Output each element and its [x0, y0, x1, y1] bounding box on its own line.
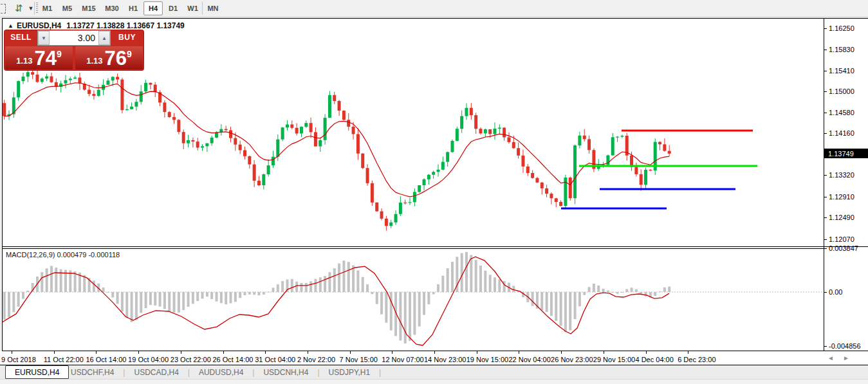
- time-axis-label: 23 Oct 22:00: [171, 356, 211, 363]
- price-axis-label: 1.14580: [829, 109, 854, 116]
- tab-audusd-h4[interactable]: AUDUSD,H4: [190, 368, 252, 377]
- buy-price-display[interactable]: 1.13 76 9: [75, 46, 143, 69]
- time-axis-tick: [688, 351, 688, 354]
- time-axis[interactable]: ◄► 9 Oct 201811 Oct 22:0016 Oct 14:0019 …: [0, 351, 868, 365]
- time-axis-label: 19 Nov 15:00: [466, 356, 508, 363]
- volume-increase-button[interactable]: ▲: [98, 31, 110, 45]
- axis-tick: [824, 71, 827, 71]
- timeframe-button-d1[interactable]: D1: [164, 1, 182, 15]
- timeframe-buttons: M1M5M15M30H1H4D1W1MN: [37, 1, 223, 16]
- buy-price-main: 76: [105, 49, 127, 68]
- time-axis-label: 2 Nov 22:00: [297, 356, 335, 363]
- timeframe-button-m30[interactable]: M30: [101, 1, 123, 15]
- time-axis-tick: [477, 351, 477, 354]
- time-axis-label: 19 Oct 04:00: [128, 356, 169, 363]
- horizontal-scroll-arrows[interactable]: ◄►: [827, 354, 858, 361]
- macd-axis-label: -0.004856: [829, 342, 861, 350]
- buy-price-pip: 9: [127, 49, 132, 59]
- time-axis-tick: [54, 351, 55, 354]
- collapse-arrow-icon[interactable]: ▲: [8, 23, 14, 29]
- volume-decrease-button[interactable]: ▼: [38, 31, 50, 45]
- time-axis-label: 4 Dec 04:00: [636, 356, 674, 363]
- inactive-tabs: USDCHF,H4|USDCAD,H4|AUDUSD,H4|USDCNH,H4|…: [62, 365, 381, 379]
- macd-indicator-canvas[interactable]: [3, 249, 824, 351]
- buy-button[interactable]: BUY: [111, 30, 143, 44]
- tab-eurusd[interactable]: EURUSD,H4: [5, 365, 69, 379]
- sell-price-prefix: 1.13: [16, 56, 32, 66]
- tab-separator: |: [379, 368, 381, 377]
- time-axis-tick: [350, 351, 351, 354]
- price-axis-label: 1.15830: [829, 46, 854, 53]
- time-axis-label: 16 Oct 14:00: [86, 356, 126, 363]
- macd-axis-label: 0.00: [829, 288, 842, 296]
- axis-tick: [824, 113, 827, 113]
- timeframe-toolbar: ⇵ ▼ M1M5M15M30H1H4D1W1MN: [0, 0, 868, 17]
- axis-tick: [824, 50, 827, 50]
- scroll-left-icon: ◄: [827, 354, 843, 361]
- timeframe-button-w1[interactable]: W1: [183, 1, 202, 15]
- axis-tick: [824, 248, 827, 249]
- arrange-charts-icon[interactable]: ⇵: [12, 2, 26, 15]
- axis-tick: [824, 197, 827, 197]
- price-axis-label: 1.14160: [829, 129, 854, 137]
- chart-ohlc-values: 1.13727 1.13828 1.13667 1.13749: [66, 21, 185, 30]
- time-axis-label: 12 Nov 07:00: [382, 356, 423, 363]
- volume-group: ▼ ▲: [37, 30, 111, 46]
- toolbar-separator: [202, 2, 203, 15]
- timeframe-button-m5[interactable]: M5: [58, 1, 77, 15]
- toolbar-separator: [34, 2, 35, 15]
- axis-tick: [824, 346, 827, 347]
- timeframe-button-m15[interactable]: M15: [78, 1, 100, 15]
- time-axis-tick: [392, 351, 392, 354]
- chart-symbol: EURUSD,H4: [17, 21, 61, 30]
- time-axis-tick: [223, 351, 224, 354]
- axis-tick: [824, 175, 827, 176]
- time-axis-label: 9 Oct 2018: [1, 356, 36, 363]
- one-click-trading-panel: SELL ▼ ▲ BUY 1.13 74 9 1.13 76 9: [5, 30, 143, 70]
- axis-tick: [824, 239, 827, 240]
- time-axis-tick: [12, 351, 12, 354]
- timeframe-button-mn[interactable]: MN: [203, 1, 223, 15]
- sell-price-main: 74: [35, 49, 57, 68]
- time-axis-label: 29 Nov 15:00: [593, 356, 635, 363]
- crop-tool-icon[interactable]: [0, 2, 6, 15]
- tab-usdjpy-h1[interactable]: USDJPY,H1: [320, 368, 379, 377]
- price-axis-label: 1.15000: [829, 87, 854, 95]
- time-axis-tick: [265, 351, 266, 354]
- time-axis-tick: [519, 351, 519, 354]
- price-axis-label: 1.12490: [829, 214, 854, 221]
- axis-tick: [824, 292, 827, 293]
- time-axis-label: 31 Oct 04:00: [255, 356, 295, 363]
- time-axis-label: 6 Dec 23:00: [678, 356, 716, 363]
- price-axis-separator: [824, 18, 824, 351]
- macd-indicator-label: MACD(12,26,9) 0.000479 -0.000118: [6, 251, 120, 259]
- tab-usdcnh-h4[interactable]: USDCNH,H4: [254, 368, 317, 377]
- time-axis-tick: [181, 351, 181, 354]
- time-axis-label: 26 Nov 23:00: [551, 356, 593, 363]
- chart-title: ▲EURUSD,H41.13727 1.13828 1.13667 1.1374…: [8, 21, 185, 30]
- time-axis-tick: [138, 351, 139, 354]
- price-axis-label: 1.16250: [829, 24, 854, 32]
- price-axis-label: 1.13320: [829, 171, 854, 179]
- time-axis-tick: [308, 351, 308, 354]
- time-axis-label: 14 Nov 23:00: [424, 356, 466, 363]
- time-axis-label: 7 Nov 15:00: [340, 356, 378, 363]
- sell-price-display[interactable]: 1.13 74 9: [5, 46, 73, 69]
- buy-price-prefix: 1.13: [86, 56, 102, 66]
- time-axis-tick: [646, 351, 647, 354]
- time-axis-label: 11 Oct 22:00: [44, 356, 84, 363]
- pane-splitter-top[interactable]: [2, 246, 868, 247]
- volume-input[interactable]: [50, 31, 98, 45]
- time-axis-tick: [96, 351, 97, 354]
- time-axis-label: 22 Nov 04:00: [508, 356, 550, 363]
- sell-price-pip: 9: [57, 49, 62, 59]
- axis-tick: [824, 133, 827, 134]
- timeframe-button-h1[interactable]: H1: [124, 1, 142, 15]
- timeframe-button-h4[interactable]: H4: [143, 1, 163, 15]
- sell-button[interactable]: SELL: [5, 30, 37, 44]
- chart-tab-bar: EURUSD,H4 USDCHF,H4|USDCAD,H4|AUDUSD,H4|…: [0, 365, 868, 379]
- tab-usdcad-h4[interactable]: USDCAD,H4: [125, 368, 187, 377]
- tab-usdchf-h4[interactable]: USDCHF,H4: [62, 368, 123, 377]
- macd-axis-label: 0.003847: [829, 244, 858, 252]
- timeframe-button-m1[interactable]: M1: [38, 1, 57, 15]
